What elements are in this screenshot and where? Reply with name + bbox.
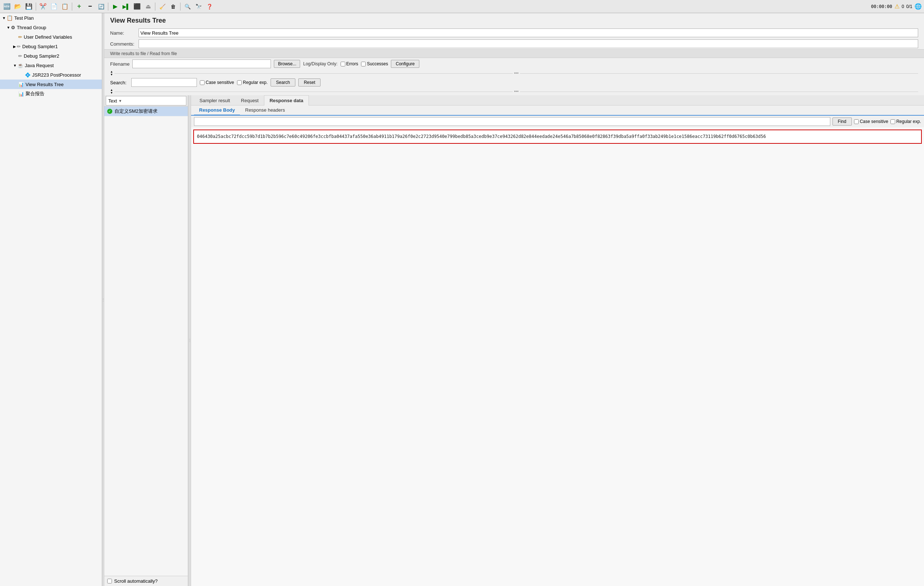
up-arrows2[interactable]: ▲ ▼: [110, 89, 113, 94]
case-sensitive-label[interactable]: Case sensitive: [200, 80, 234, 85]
regular-exp-find-text: Regular exp.: [896, 119, 921, 124]
thread-group-icon: ⚙: [11, 25, 15, 30]
stop-button[interactable]: ⬛: [132, 2, 142, 11]
sidebar-item-test-plan[interactable]: ▼ 📋 Test Plan: [0, 13, 102, 23]
view-results-icon: 📊: [18, 82, 24, 87]
scroll-auto-checkbox[interactable]: [107, 579, 112, 583]
errors-checkbox-label[interactable]: Errors: [341, 61, 358, 66]
search-label: Search:: [110, 80, 128, 85]
java-icon: ☕: [18, 63, 23, 68]
clear-all-button[interactable]: 🗑: [168, 2, 178, 11]
find-input[interactable]: [194, 117, 830, 126]
tab-response-headers[interactable]: Response headers: [240, 106, 290, 115]
sidebar-item-debug-sampler1[interactable]: ▶ ✏ Debug Sampler1: [0, 41, 102, 51]
errors-label: Errors: [346, 61, 358, 66]
regular-exp-label[interactable]: Regular exp.: [237, 80, 268, 85]
successes-checkbox[interactable]: [361, 62, 366, 66]
dropdown-arrow-icon: ▼: [119, 99, 122, 103]
filename-label: Filename: [110, 61, 129, 67]
search-toolbar-button[interactable]: 🔍: [183, 2, 192, 11]
remove-button[interactable]: −: [85, 2, 95, 11]
arrow-debug1[interactable]: ▶: [13, 45, 16, 48]
main-toolbar: 🆕 📂 💾 ✂️ 📄 📋 + − 🔄 ▶ ▶▌ ⬛ ⏏ 🧹 🗑 🔍 🔭 ❓ 00…: [0, 0, 924, 13]
text-dropdown-value: Text: [108, 98, 117, 104]
sidebar-item-thread-group[interactable]: ▼ ⚙ Thread Group: [0, 23, 102, 32]
sidebar-item-view-results-tree[interactable]: 📊 View Results Tree: [0, 79, 102, 89]
reset-button[interactable]: Reset: [298, 78, 320, 86]
start-no-pause-button[interactable]: ▶▌: [121, 2, 131, 11]
vertical-resize-handle[interactable]: ⋮: [188, 95, 191, 586]
divider-dots-top[interactable]: •••: [514, 71, 519, 76]
regular-exp-find-checkbox[interactable]: [891, 119, 895, 124]
arrow-thread-group[interactable]: ▼: [7, 26, 10, 30]
add-button[interactable]: +: [74, 2, 84, 11]
tab-request[interactable]: Request: [236, 95, 264, 106]
filename-input[interactable]: [132, 60, 271, 68]
test-plan-label: Test Plan: [14, 15, 33, 21]
search-row: Search: Case sensitive Regular exp. Sear…: [104, 77, 924, 88]
user-vars-icon: ✏: [18, 34, 22, 40]
java-request-label: Java Request: [25, 63, 54, 68]
jsr223-icon: 💠: [25, 72, 31, 78]
section-divider-top: ▲ ▼ •••: [104, 70, 924, 77]
sidebar-item-aggregate-report[interactable]: 📊 聚合报告: [0, 89, 102, 99]
section-divider-bottom: ▲ ▼ •••: [104, 88, 924, 95]
comments-label: Comments:: [110, 41, 136, 47]
case-sensitive-text: Case sensitive: [206, 80, 234, 85]
sidebar-item-debug-sampler2[interactable]: ✏ Debug Sampler2: [0, 51, 102, 61]
log-display-label: Log/Display Only:: [303, 61, 337, 66]
divider-line-bottom: [114, 91, 513, 92]
new-button[interactable]: 🆕: [2, 2, 12, 11]
cut-button[interactable]: ✂️: [38, 2, 48, 11]
copy-button[interactable]: 📄: [49, 2, 59, 11]
search-input[interactable]: [131, 78, 197, 87]
comments-input[interactable]: [139, 40, 918, 48]
sep1: [36, 3, 36, 11]
regular-exp-checkbox[interactable]: [237, 80, 242, 85]
tab-response-body[interactable]: Response Body: [194, 106, 240, 116]
save-button[interactable]: 💾: [24, 2, 33, 11]
start-button[interactable]: ▶: [111, 2, 120, 11]
function-helper-button[interactable]: 🔭: [194, 2, 203, 11]
case-sensitive-find-text: Case sensitive: [860, 119, 888, 124]
reset-run-button[interactable]: 🔄: [96, 2, 106, 11]
arrow-test-plan[interactable]: ▼: [2, 16, 6, 20]
open-button[interactable]: 📂: [13, 2, 23, 11]
configure-button[interactable]: Configure: [391, 60, 419, 68]
arrow-java[interactable]: ▼: [13, 63, 17, 68]
text-dropdown[interactable]: Text ▼: [106, 96, 186, 106]
errors-checkbox[interactable]: [341, 62, 345, 66]
case-sensitive-find-label[interactable]: Case sensitive: [854, 119, 888, 124]
clear-button[interactable]: 🧹: [158, 2, 167, 11]
sidebar-item-jsr223[interactable]: 💠 JSR223 PostProcessor: [0, 70, 102, 79]
results-toolbar: Text ▼: [104, 95, 188, 106]
successes-checkbox-label[interactable]: Successes: [361, 61, 388, 66]
status-green-icon: ✓: [107, 109, 112, 114]
right-panel: View Results Tree Name: Comments: Write …: [104, 13, 924, 586]
globe-icon: 🌐: [914, 3, 922, 10]
browse-button[interactable]: Browse...: [274, 60, 300, 68]
result-item-sm2[interactable]: ✓ 自定义SM2加密请求: [104, 106, 188, 116]
main-layout: ▼ 📋 Test Plan ▼ ⚙ Thread Group ✏ User De…: [0, 13, 924, 586]
detail-panel: Sampler result Request Response data Res…: [191, 95, 924, 586]
up-arrows[interactable]: ▲ ▼: [110, 70, 113, 76]
regular-exp-find-label[interactable]: Regular exp.: [891, 119, 921, 124]
write-results-bar: Write results to file / Read from file: [104, 49, 924, 58]
case-sensitive-checkbox[interactable]: [200, 80, 205, 85]
sidebar-item-java-request[interactable]: ▼ ☕ Java Request: [0, 61, 102, 70]
name-input[interactable]: [139, 28, 918, 37]
find-button[interactable]: Find: [832, 118, 852, 126]
divider-dots-bottom[interactable]: •••: [514, 89, 519, 94]
thread-group-label: Thread Group: [17, 25, 46, 30]
shutdown-button[interactable]: ⏏: [143, 2, 153, 11]
case-sensitive-find-checkbox[interactable]: [854, 119, 859, 124]
tab-response-data[interactable]: Response data: [264, 95, 309, 106]
search-button[interactable]: Search: [271, 78, 295, 86]
tab-sampler-result[interactable]: Sampler result: [194, 95, 236, 106]
paste-button[interactable]: 📋: [60, 2, 70, 11]
response-content: 046430a25acbc72fdcc59b7d1b7b2b596c7e60c4…: [191, 127, 924, 586]
user-defined-label: User Defined Variables: [24, 34, 72, 40]
sidebar-item-user-defined[interactable]: ✏ User Defined Variables: [0, 32, 102, 41]
help-button[interactable]: ❓: [205, 2, 214, 11]
sep4: [155, 3, 155, 11]
